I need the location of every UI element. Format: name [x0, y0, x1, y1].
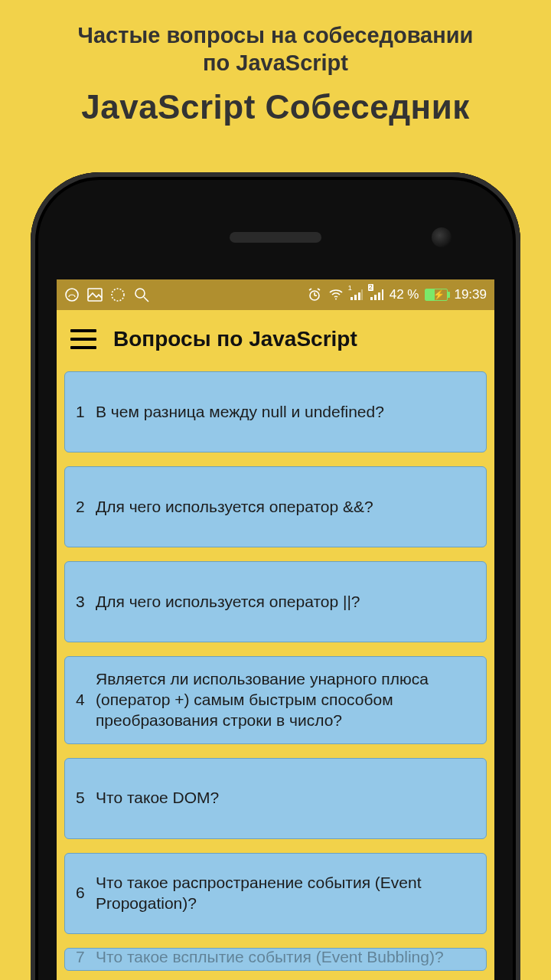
list-item[interactable]: 6 Что такое распространение события (Eve…	[64, 853, 487, 934]
app-bar: Вопросы по JavaScript	[57, 310, 494, 368]
alarm-icon	[307, 287, 322, 302]
item-text: Что такое всплытие события (Event Bubbli…	[96, 948, 475, 968]
clock-text: 19:39	[454, 287, 487, 302]
svg-line-8	[309, 289, 311, 290]
item-text: Для чего используется оператор ||?	[96, 592, 475, 612]
questions-list[interactable]: 1 В чем разница между null и undefined? …	[57, 368, 494, 971]
item-number: 1	[76, 402, 88, 423]
list-item[interactable]: 4 Является ли использование унарного плю…	[64, 656, 487, 744]
item-number: 2	[76, 497, 88, 518]
imo-app-icon	[64, 287, 80, 302]
menu-icon[interactable]	[70, 329, 96, 349]
phone-screen: 1 2 42 % ⚡ 19:39 Вопросы по JavaScript	[57, 279, 494, 980]
phone-mockup: 1 2 42 % ⚡ 19:39 Вопросы по JavaScript	[31, 172, 520, 980]
item-number: 5	[76, 788, 88, 808]
battery-icon: ⚡	[425, 289, 448, 301]
item-text: В чем разница между null и undefined?	[96, 402, 475, 423]
svg-point-10	[335, 299, 337, 300]
list-item[interactable]: 5 Что такое DOM?	[64, 758, 487, 839]
item-number: 6	[76, 883, 88, 903]
signal-sim1-icon: 1	[350, 289, 364, 301]
list-item[interactable]: 7 Что такое всплытие события (Event Bubb…	[64, 948, 487, 971]
marketing-header: Частые вопросы на собеседовании по JavaS…	[0, 0, 551, 126]
item-number: 7	[76, 948, 88, 968]
item-number: 4	[76, 690, 88, 710]
svg-point-2	[112, 289, 124, 301]
marketing-subtitle: Частые вопросы на собеседовании по JavaS…	[0, 21, 551, 77]
svg-line-9	[318, 289, 320, 290]
list-item[interactable]: 1 В чем разница между null и undefined?	[64, 371, 487, 452]
list-item[interactable]: 3 Для чего используется оператор ||?	[64, 561, 487, 642]
svg-point-3	[135, 289, 145, 298]
phone-camera	[432, 227, 452, 247]
item-text: Для чего используется оператор &&?	[96, 497, 475, 518]
status-bar: 1 2 42 % ⚡ 19:39	[57, 279, 494, 310]
battery-percent-text: 42 %	[390, 287, 419, 302]
list-item[interactable]: 2 Для чего используется оператор &&?	[64, 466, 487, 547]
item-text: Что такое распространение события (Event…	[96, 873, 475, 914]
search-icon	[133, 286, 150, 303]
circle-dots-icon	[110, 287, 126, 302]
phone-earpiece	[230, 232, 321, 243]
item-number: 3	[76, 592, 88, 612]
page-title: Вопросы по JavaScript	[113, 327, 357, 351]
item-text: Является ли использование унарного плюса…	[96, 669, 475, 731]
item-text: Что такое DOM?	[96, 788, 475, 808]
marketing-title: JavaScript Собеседник	[0, 88, 551, 126]
svg-line-4	[144, 297, 148, 302]
image-icon	[87, 288, 103, 302]
signal-sim2-icon: 2	[370, 289, 383, 301]
wifi-icon	[328, 289, 344, 301]
